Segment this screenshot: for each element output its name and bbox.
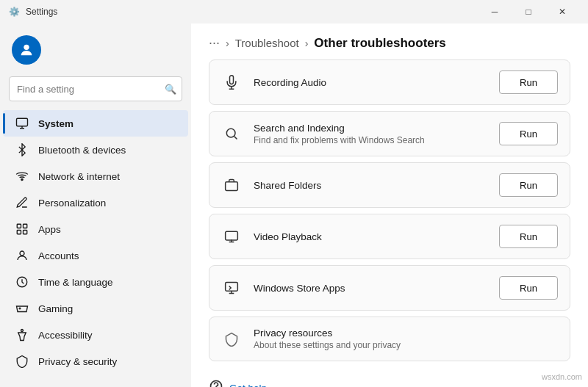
get-help-link[interactable]: Get help (229, 383, 267, 387)
breadcrumb: ··· › Troubleshoot › Other troubleshoote… (191, 23, 588, 59)
ts-title-recording-audio: Recording Audio (254, 77, 487, 88)
sidebar-item-label: Gaming (38, 303, 73, 314)
ts-text-search-indexing: Search and Indexing Find and fix problem… (254, 123, 487, 145)
ts-text-video-playback: Video Playback (254, 231, 487, 242)
sidebar-item-gaming[interactable]: Gaming (3, 295, 188, 322)
svg-point-2 (21, 178, 23, 180)
accounts-icon (15, 248, 29, 263)
search-box[interactable]: 🔍 (9, 76, 182, 101)
sidebar-item-label: Apps (38, 224, 61, 235)
svg-rect-3 (17, 224, 21, 228)
ts-title-shared-folders: Shared Folders (254, 180, 487, 191)
watermark: wsxdn.com (542, 372, 582, 381)
sidebar-item-label: System (38, 118, 74, 129)
ts-text-recording-audio: Recording Audio (254, 77, 487, 88)
sidebar-profile (0, 29, 191, 76)
sidebar-item-privacy[interactable]: Privacy & security (3, 348, 188, 375)
avatar (12, 35, 41, 65)
svg-rect-11 (226, 182, 238, 191)
system-icon (15, 116, 29, 131)
sidebar-item-label: Accessibility (38, 330, 93, 341)
accessibility-icon (15, 328, 29, 342)
sidebar-item-label: Time & language (38, 277, 113, 288)
ts-item-shared-folders: Shared Folders Run (209, 162, 570, 208)
app-title: Settings (26, 7, 57, 17)
sidebar-item-personalization[interactable]: Personalization (3, 189, 188, 216)
svg-rect-6 (24, 231, 27, 234)
titlebar-title: ⚙️ Settings (9, 7, 57, 17)
breadcrumb-troubleshoot[interactable]: Troubleshoot (235, 37, 299, 49)
network-icon (15, 169, 29, 184)
breadcrumb-dots[interactable]: ··· (209, 35, 220, 51)
ts-title-windows-store-apps: Windows Store Apps (254, 283, 487, 294)
search-indexing-icon (221, 123, 242, 144)
close-button[interactable]: ✕ (545, 0, 579, 23)
sidebar-item-label: Bluetooth & devices (38, 145, 126, 156)
ts-item-search-indexing: Search and Indexing Find and fix problem… (209, 111, 570, 156)
svg-rect-13 (226, 283, 238, 292)
sidebar-item-accounts[interactable]: Accounts (3, 242, 188, 269)
svg-point-7 (20, 251, 24, 256)
run-button-windows-store-apps[interactable]: Run (499, 276, 558, 300)
content-area: ··· › Troubleshoot › Other troubleshoote… (191, 23, 588, 387)
svg-rect-1 (17, 118, 28, 126)
ts-desc-search-indexing: Find and fix problems with Windows Searc… (254, 135, 487, 145)
run-button-recording-audio[interactable]: Run (499, 70, 558, 94)
svg-rect-12 (226, 231, 238, 240)
personalization-icon (15, 195, 29, 210)
ts-title-search-indexing: Search and Indexing (254, 123, 487, 134)
get-help-icon (209, 379, 223, 387)
sidebar-item-label: Privacy & security (38, 356, 117, 367)
get-help-section: Get help (191, 367, 588, 387)
ts-title-video-playback: Video Playback (254, 231, 487, 242)
shared-folders-icon (221, 175, 242, 195)
breadcrumb-current: Other troubleshooters (314, 36, 445, 51)
settings-icon: ⚙️ (9, 7, 20, 17)
sidebar-item-apps[interactable]: Apps (3, 216, 188, 242)
video-playback-icon (221, 226, 242, 247)
maximize-button[interactable]: □ (512, 0, 545, 23)
nav-list: System Bluetooth & devices Network & int… (0, 110, 191, 375)
windows-store-apps-icon (221, 278, 242, 298)
run-button-shared-folders[interactable]: Run (499, 173, 558, 197)
sidebar-item-network[interactable]: Network & internet (3, 163, 188, 189)
ts-text-privacy-resources: Privacy resources About these settings a… (254, 328, 558, 350)
sidebar-item-label: Accounts (38, 250, 79, 261)
apps-icon (15, 222, 29, 236)
gaming-icon (15, 301, 29, 316)
run-button-search-indexing[interactable]: Run (499, 122, 558, 145)
ts-item-windows-store-apps: Windows Store Apps Run (209, 265, 570, 311)
minimize-button[interactable]: ─ (478, 0, 512, 23)
sidebar-item-system[interactable]: System (3, 110, 188, 137)
sidebar-item-accessibility[interactable]: Accessibility (3, 322, 188, 348)
breadcrumb-sep-2: › (305, 37, 309, 49)
ts-desc-privacy-resources: About these settings and your privacy (254, 340, 558, 350)
sidebar: 🔍 System Bluetooth & devices Network & i… (0, 23, 191, 387)
ts-item-recording-audio: Recording Audio Run (209, 59, 570, 105)
sidebar-item-time[interactable]: Time & language (3, 269, 188, 295)
ts-title-privacy-resources: Privacy resources (254, 328, 558, 339)
svg-rect-5 (17, 231, 21, 234)
titlebar: ⚙️ Settings ─ □ ✕ (0, 0, 588, 23)
recording-audio-icon (221, 72, 242, 93)
search-icon: 🔍 (165, 84, 176, 95)
svg-rect-4 (24, 224, 27, 228)
search-input[interactable] (9, 76, 182, 101)
bluetooth-icon (15, 142, 29, 157)
time-icon (15, 275, 29, 289)
run-button-video-playback[interactable]: Run (499, 225, 558, 248)
troubleshooter-list: Recording Audio Run Search and Indexing … (191, 59, 588, 367)
svg-point-0 (24, 45, 29, 50)
svg-point-9 (21, 330, 24, 332)
sidebar-item-bluetooth[interactable]: Bluetooth & devices (3, 137, 188, 163)
svg-point-10 (226, 129, 235, 137)
privacy-resources-icon (221, 329, 242, 350)
breadcrumb-sep-1: › (226, 37, 229, 49)
ts-item-privacy-resources: Privacy resources About these settings a… (209, 317, 570, 361)
ts-item-video-playback: Video Playback Run (209, 214, 570, 259)
window-controls: ─ □ ✕ (478, 0, 579, 23)
sidebar-item-label: Network & internet (38, 171, 120, 182)
ts-text-shared-folders: Shared Folders (254, 180, 487, 191)
app-body: 🔍 System Bluetooth & devices Network & i… (0, 23, 588, 387)
ts-text-windows-store-apps: Windows Store Apps (254, 283, 487, 294)
